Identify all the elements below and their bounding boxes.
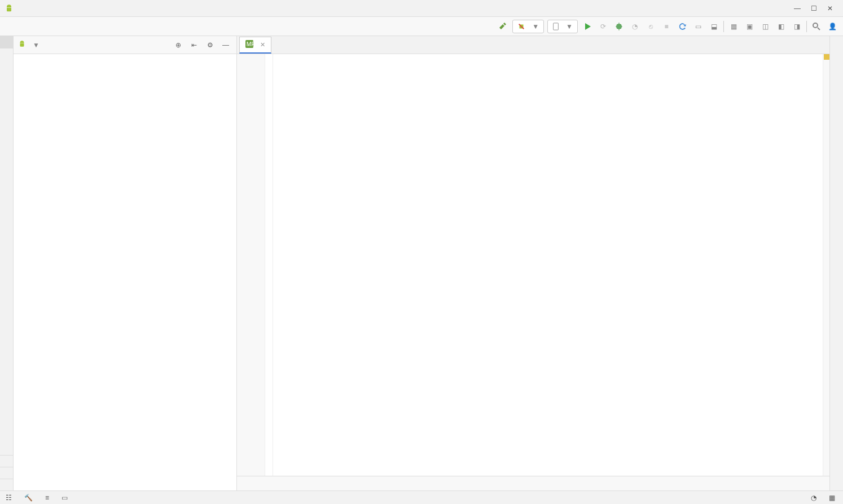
run-icon[interactable]: [581, 20, 594, 33]
sync-icon[interactable]: [676, 20, 688, 33]
t5-icon[interactable]: ◨: [791, 20, 803, 33]
right-tab-device-explorer[interactable]: [830, 479, 843, 490]
t3-icon[interactable]: ◫: [759, 20, 771, 33]
status-build[interactable]: 🔨: [24, 494, 35, 502]
hide-icon[interactable]: —: [219, 39, 232, 51]
status-eventlog[interactable]: ◔: [811, 494, 819, 502]
t2-icon[interactable]: ▣: [743, 20, 756, 33]
code-editor[interactable]: [237, 54, 829, 476]
editor-bottom-tabs: [237, 476, 829, 490]
avd-icon[interactable]: ▭: [692, 20, 704, 33]
editor-tab[interactable]: MF ✕: [239, 37, 271, 54]
editor-tabs: MF ✕: [237, 36, 829, 54]
left-tool-strip: [0, 36, 14, 490]
svg-point-2: [813, 23, 818, 28]
t1-icon[interactable]: ▦: [727, 20, 740, 33]
stop-icon[interactable]: ■: [660, 20, 673, 33]
code-area[interactable]: [273, 54, 823, 476]
minimize-icon[interactable]: —: [794, 5, 801, 12]
run-config-combo[interactable]: ▼: [512, 20, 544, 33]
android-icon: [18, 40, 26, 50]
menu-bar: — ☐ ✕: [0, 0, 843, 17]
line-gutter: [237, 54, 265, 476]
left-tab-structure[interactable]: [0, 455, 13, 467]
status-bar: ☷ 🔨 ≡ ▭ ◔ ▦: [0, 490, 843, 504]
status-layout-inspector[interactable]: ▦: [829, 494, 837, 502]
collapse-icon[interactable]: ⇤: [188, 39, 200, 51]
close-tab-icon[interactable]: ✕: [260, 41, 265, 48]
status-logcat[interactable]: ≡: [45, 494, 51, 502]
scrollbar-marker[interactable]: [823, 54, 829, 476]
status-todo[interactable]: ☷: [6, 494, 14, 502]
right-tab-gradle[interactable]: [830, 36, 843, 47]
svg-text:MF: MF: [247, 41, 253, 47]
right-tool-strip: [829, 36, 843, 490]
gear-icon[interactable]: ⚙: [204, 39, 216, 51]
left-tab-variants[interactable]: [0, 467, 13, 479]
attach-icon[interactable]: ⎋: [644, 20, 657, 33]
left-tab-resmgr[interactable]: [0, 48, 13, 60]
toolbar: ▼ ▼ ⟳ ◔ ⎋ ■ ▭ ⬓ ▦ ▣ ◫ ◧ ◨ 👤: [0, 17, 843, 36]
target-icon[interactable]: ⊕: [172, 39, 185, 51]
window-buttons: — ☐ ✕: [788, 5, 838, 12]
close-icon[interactable]: ✕: [827, 5, 833, 12]
fold-column: [265, 54, 273, 476]
maximize-icon[interactable]: ☐: [811, 5, 817, 12]
left-tab-favorites[interactable]: [0, 479, 13, 490]
project-pane: ▼ ⊕ ⇤ ⚙ —: [14, 36, 237, 490]
profile-icon[interactable]: ◔: [629, 20, 641, 33]
debug-icon[interactable]: [613, 20, 625, 33]
t4-icon[interactable]: ◧: [775, 20, 787, 33]
editor-pane: MF ✕: [237, 36, 829, 490]
app-logo-icon: [5, 4, 14, 13]
chevron-down-icon[interactable]: ▼: [33, 41, 39, 49]
xml-file-icon: MF: [245, 40, 253, 50]
status-terminal[interactable]: ▭: [62, 494, 70, 502]
breadcrumb: [5, 25, 9, 28]
project-pane-header: ▼ ⊕ ⇤ ⚙ —: [14, 36, 236, 54]
apply-changes-icon[interactable]: ⟳: [597, 20, 609, 33]
device-combo[interactable]: ▼: [547, 20, 578, 33]
left-tab-project[interactable]: [0, 36, 13, 48]
hammer-icon[interactable]: [497, 20, 509, 33]
project-tree[interactable]: [14, 54, 236, 490]
svg-rect-0: [554, 23, 559, 29]
user-icon[interactable]: 👤: [826, 20, 838, 33]
sdk-icon[interactable]: ⬓: [708, 20, 720, 33]
search-icon[interactable]: [810, 20, 823, 33]
